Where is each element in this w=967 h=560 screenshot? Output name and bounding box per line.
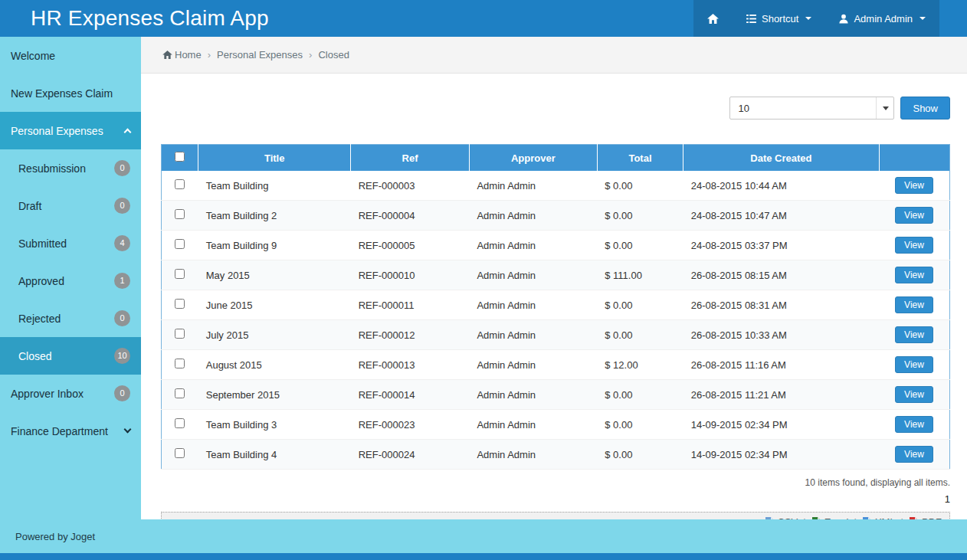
cell-total: $ 0.00 <box>597 201 683 231</box>
cell-date-created: 26-08-2015 10:33 AM <box>683 320 879 350</box>
cell-title: June 2015 <box>198 290 351 320</box>
view-button[interactable]: View <box>895 237 933 254</box>
view-button[interactable]: View <box>895 416 933 433</box>
row-checkbox[interactable] <box>175 448 185 458</box>
row-checkbox[interactable] <box>175 299 185 309</box>
sidebar-item-closed[interactable]: Closed10 <box>0 337 141 375</box>
cell-approver: Admin Admin <box>469 260 597 290</box>
cell-total: $ 0.00 <box>597 231 683 260</box>
home-icon <box>707 14 719 24</box>
app-footer: Powered by Joget <box>0 519 967 553</box>
chevron-up-icon <box>124 129 132 136</box>
row-checkbox-cell <box>162 290 198 320</box>
chevron-down-icon <box>124 426 132 434</box>
view-button[interactable]: View <box>895 267 933 283</box>
cell-approver: Admin Admin <box>469 350 597 380</box>
content-area: 10 Show TitleRefApproverTotalDate Create… <box>141 74 967 532</box>
view-button[interactable]: View <box>895 177 933 194</box>
view-button[interactable]: View <box>895 446 933 463</box>
app-header: HR Expenses Claim App Shortcut Admin Adm… <box>0 0 967 37</box>
cell-ref: REF-000012 <box>351 320 470 350</box>
cell-approver: Admin Admin <box>469 201 597 231</box>
top-nav: Shortcut Admin Admin <box>693 0 939 37</box>
sidebar-item-submitted[interactable]: Submitted4 <box>0 224 141 262</box>
breadcrumb-items: Home›Personal Expenses›Closed <box>175 49 349 61</box>
view-button[interactable]: View <box>895 207 933 224</box>
cell-total: $ 0.00 <box>597 440 683 470</box>
cell-title: July 2015 <box>198 320 351 350</box>
cell-ref: REF-000003 <box>351 171 470 201</box>
expenses-table: TitleRefApproverTotalDate Created Team B… <box>161 144 950 470</box>
pagination-current-page[interactable]: 1 <box>161 493 950 505</box>
sidebar-item-label: Closed <box>18 350 114 362</box>
column-header-title[interactable]: Title <box>198 145 351 172</box>
row-checkbox[interactable] <box>175 359 185 368</box>
sidebar-item-rejected[interactable]: Rejected0 <box>0 300 141 337</box>
cell-title: Team Building <box>198 171 351 201</box>
row-checkbox-cell <box>162 231 198 260</box>
show-button[interactable]: Show <box>900 97 950 120</box>
sidebar-item-label: Resubmission <box>18 162 114 175</box>
sidebar-item-draft[interactable]: Draft0 <box>0 187 141 224</box>
sidebar-item-personal-expenses[interactable]: Personal Expenses <box>0 112 141 149</box>
table-row: September 2015REF-000014Admin Admin$ 0.0… <box>162 380 950 410</box>
nav-shortcut-dropdown[interactable]: Shortcut <box>733 0 825 37</box>
page-size-select[interactable]: 10 <box>729 97 894 120</box>
cell-approver: Admin Admin <box>469 171 597 201</box>
sidebar-item-new-expenses-claim[interactable]: New Expenses Claim <box>0 74 141 112</box>
caret-down-icon <box>919 17 926 20</box>
view-button[interactable]: View <box>895 386 933 403</box>
sidebar-item-resubmission[interactable]: Resubmission0 <box>0 149 141 187</box>
sidebar-item-label: Draft <box>18 200 114 212</box>
count-badge: 0 <box>114 160 130 176</box>
cell-approver: Admin Admin <box>469 380 597 410</box>
sidebar-item-finance-department[interactable]: Finance Department <box>0 412 141 450</box>
row-checkbox[interactable] <box>175 418 185 428</box>
table-row: May 2015REF-000010Admin Admin$ 111.0026-… <box>162 260 950 290</box>
cell-title: Team Building 3 <box>198 410 351 440</box>
main-panel: Home›Personal Expenses›Closed 10 Show Ti… <box>141 37 967 519</box>
breadcrumb-item-home[interactable]: Home <box>175 49 202 61</box>
breadcrumb-item-personal-expenses[interactable]: Personal Expenses <box>217 49 303 61</box>
nav-user-label: Admin Admin <box>854 13 913 25</box>
page-size-select-wrap: 10 <box>729 97 894 120</box>
sidebar-item-welcome[interactable]: Welcome <box>0 37 141 74</box>
cell-ref: REF-000004 <box>351 201 470 231</box>
column-header-ref[interactable]: Ref <box>351 145 470 172</box>
cell-total: $ 0.00 <box>597 290 683 320</box>
nav-user-dropdown[interactable]: Admin Admin <box>825 0 939 37</box>
row-checkbox[interactable] <box>175 209 185 219</box>
cell-ref: REF-000011 <box>351 290 470 320</box>
nav-shortcut-label: Shortcut <box>762 13 798 25</box>
row-action-cell: View <box>879 380 949 410</box>
app-title: HR Expenses Claim App <box>0 6 269 31</box>
column-header-approver[interactable]: Approver <box>469 145 597 172</box>
view-button[interactable]: View <box>895 296 933 313</box>
cell-ref: REF-000024 <box>351 440 470 470</box>
row-checkbox[interactable] <box>175 239 185 249</box>
row-checkbox[interactable] <box>175 388 185 398</box>
row-checkbox[interactable] <box>175 179 185 189</box>
view-button[interactable]: View <box>895 356 933 373</box>
sidebar-item-label: Welcome <box>11 50 130 62</box>
row-checkbox[interactable] <box>175 269 185 279</box>
cell-date-created: 24-08-2015 10:47 AM <box>683 201 879 231</box>
breadcrumb-separator: › <box>307 49 313 61</box>
sidebar-item-label: Personal Expenses <box>11 125 125 137</box>
table-head: TitleRefApproverTotalDate Created <box>162 145 950 172</box>
row-action-cell: View <box>879 260 949 290</box>
view-button[interactable]: View <box>895 326 933 343</box>
column-header-date-created[interactable]: Date Created <box>683 145 879 172</box>
nav-home-button[interactable] <box>693 0 733 37</box>
sidebar-item-approved[interactable]: Approved1 <box>0 262 141 300</box>
row-checkbox[interactable] <box>175 329 185 339</box>
home-icon <box>162 51 172 59</box>
select-all-checkbox[interactable] <box>175 152 185 162</box>
row-checkbox-cell <box>162 201 198 231</box>
user-icon <box>839 14 848 24</box>
sidebar-item-approver-inbox[interactable]: Approver Inbox0 <box>0 375 141 412</box>
column-header-total[interactable]: Total <box>597 145 683 172</box>
breadcrumb-item-closed[interactable]: Closed <box>318 49 349 61</box>
footer-text: Powered by Joget <box>15 531 95 542</box>
cell-ref: REF-000010 <box>351 260 470 290</box>
